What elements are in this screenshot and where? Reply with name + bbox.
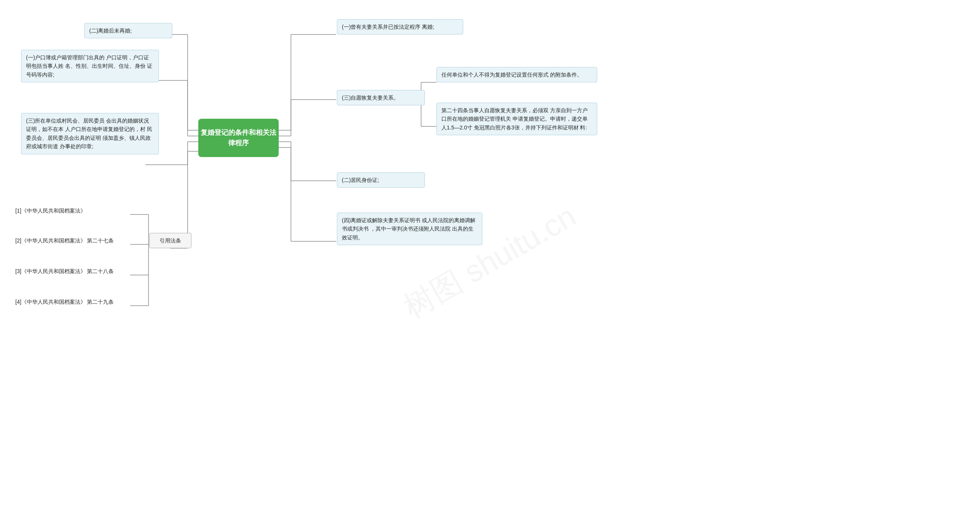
node-article24-label: 第二十四条当事人自愿恢复夫妻关系，必须双 方亲自到一方户口所在地的婚姻登记管理机… [441,107,588,131]
node-voluntary-restore-label: (三)自愿恢复夫妻关系。 [342,95,399,101]
quote-label-text: 引用法条 [160,237,181,244]
node-id-card: (二)居民身份证; [337,172,425,188]
node-household-registration: (一)户口簿或户籍管理部门出具的 户口证明，户口证明包括当事人姓 名、性别、出生… [21,50,159,82]
quote-2: [2]《中华人民共和国档案法》 第二十七条 [15,237,114,245]
node-household-registration-label: (一)户口簿或户籍管理部门出具的 户口证明，户口证明包括当事人姓 名、性别、出生… [26,54,152,78]
node-article24: 第二十四条当事人自愿恢复夫妻关系，必须双 方亲自到一方户口所在地的婚姻登记管理机… [436,103,597,135]
quote-1: [1]《中华人民共和国档案法》 [15,207,86,215]
node-unit-certificate-label: (三)所在单位或村民会、居民委员 会出具的婚姻状况证明，如不在本 人户口所在地申… [26,118,152,149]
node-no-extra-condition-label: 任何单位和个人不得为复婚登记设置任何形式 的附加条件。 [441,72,582,78]
node-quote-label: 引用法条 [149,233,191,248]
node-no-extra-condition: 任何单位和个人不得为复婚登记设置任何形式 的附加条件。 [436,67,597,82]
node-had-marriage-label: (一)曾有夫妻关系并已按法定程序 离婚; [342,24,434,30]
central-label: 复婚登记的条件和相关法 律程序 [198,128,279,148]
node-unit-certificate: (三)所在单位或村民会、居民委员 会出具的婚姻状况证明，如不在本 人户口所在地申… [21,113,159,154]
node-id-card-label: (二)居民身份证; [342,177,379,183]
node-divorce-not-remarried-label: (二)离婚后未再婚; [89,28,132,34]
quote-4: [4]《中华人民共和国档案法》 第二十九条 [15,298,114,306]
node-voluntary-restore: (三)自愿恢复夫妻关系。 [337,90,425,105]
node-divorce-cert: (四)离婚证或解除夫妻关系证明书 或人民法院的离婚调解书或判决书 ，其中一审判决… [337,213,482,245]
node-divorce-cert-label: (四)离婚证或解除夫妻关系证明书 或人民法院的离婚调解书或判决书 ，其中一审判决… [342,217,475,241]
central-node: 复婚登记的条件和相关法 律程序 [198,119,279,157]
node-divorce-not-remarried: (二)离婚后未再婚; [84,23,172,38]
mind-map: 复婚登记的条件和相关法 律程序 (二)离婚后未再婚; (一)户口簿或户籍管理部门… [0,0,980,524]
node-had-marriage: (一)曾有夫妻关系并已按法定程序 离婚; [337,19,463,34]
quote-3: [3]《中华人民共和国档案法》 第二十八条 [15,267,114,275]
